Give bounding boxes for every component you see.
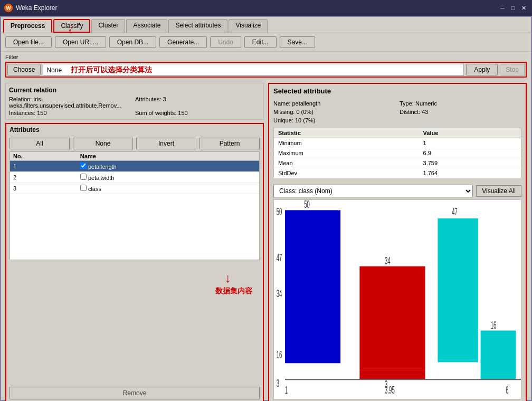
- edit-button[interactable]: Edit...: [244, 36, 277, 48]
- stop-button[interactable]: Stop: [500, 64, 525, 75]
- attr-missing: Missing: 0 (0%): [273, 109, 395, 115]
- chart-y-label: 3: [277, 377, 279, 389]
- pattern-button[interactable]: Pattern: [200, 138, 260, 149]
- right-panel: Selected attribute Name: petallength Typ…: [268, 83, 527, 401]
- apply-button[interactable]: Apply: [466, 64, 498, 75]
- attr-checkbox[interactable]: [80, 185, 87, 191]
- table-row[interactable]: 1 petallength: [10, 161, 259, 172]
- attr-checkbox[interactable]: [80, 163, 87, 169]
- chart-area: 50 47 34 16 3 50 34 3 47: [273, 199, 521, 399]
- attributes-table[interactable]: No. Name 1 petallength: [10, 151, 260, 260]
- relation-details: Relation: iris-weka.filters.unsupervised…: [9, 96, 260, 116]
- stat-name: Mean: [274, 158, 419, 168]
- open-url-button[interactable]: Open URL...: [55, 36, 106, 48]
- table-row[interactable]: 3 class: [10, 183, 259, 194]
- attributes-count: Attributes: 3: [135, 96, 260, 109]
- stat-name: Maximum: [274, 148, 419, 158]
- class-row: Class: class (Nom) Visualize All: [269, 183, 526, 199]
- filter-section: Filter Choose None 打开后可以选择分类算法 Apply Sto…: [1, 52, 531, 80]
- attr-name: Name: petallength: [273, 100, 395, 107]
- chart-x-label: 1: [285, 385, 288, 396]
- content-area: Current relation Relation: iris-weka.fil…: [1, 80, 531, 401]
- attr-checkbox[interactable]: [80, 174, 87, 180]
- invert-button[interactable]: Invert: [136, 138, 196, 149]
- row-name: petalwidth: [77, 172, 259, 183]
- chart-bar-label: 16: [491, 319, 497, 331]
- stat-row: StdDev 1.764: [274, 168, 521, 178]
- stat-value: 1.764: [419, 168, 521, 178]
- table-row[interactable]: 2 petalwidth: [10, 172, 259, 183]
- app-title: Weka Explorer: [16, 4, 57, 12]
- app-icon: W: [4, 4, 13, 12]
- current-relation-title: Current relation: [9, 87, 260, 94]
- choose-button[interactable]: Choose: [7, 64, 41, 75]
- chart-bar-blue: [285, 210, 340, 363]
- chart-bar-cyan-tall: [438, 218, 478, 362]
- stat-row: Minimum 1: [274, 138, 521, 148]
- stat-name: Minimum: [274, 138, 419, 148]
- stat-row: Mean 3.759: [274, 158, 521, 168]
- chart-bar-red-tall: [359, 266, 425, 370]
- attr-details: Name: petallength Type: Numeric Missing:…: [269, 98, 526, 126]
- attributes-title: Attributes: [6, 124, 263, 136]
- save-button[interactable]: Save...: [280, 36, 315, 48]
- tab-cluster[interactable]: Cluster: [91, 19, 125, 33]
- stat-value: 3.759: [419, 158, 521, 168]
- tab-associate[interactable]: Associate: [126, 19, 167, 33]
- generate-button[interactable]: Generate...: [159, 36, 207, 48]
- all-button[interactable]: All: [10, 138, 70, 149]
- attr-unique: Unique: 10 (7%): [273, 117, 395, 123]
- filter-label: Filter: [5, 54, 527, 60]
- window-controls[interactable]: ─ □ ✕: [498, 4, 528, 12]
- filter-annotation: 打开后可以选择分类算法: [71, 65, 152, 74]
- attr-type: Type: Numeric: [400, 100, 521, 107]
- stat-value: 6.9: [419, 148, 521, 158]
- chart-y-label: 16: [277, 349, 282, 360]
- row-no: 3: [10, 183, 77, 194]
- chart-y-label: 34: [277, 288, 282, 299]
- stat-col-header: Statistic: [274, 128, 419, 138]
- tab-bar: Preprocess Classify Cluster Associate Se…: [1, 17, 531, 33]
- attr-button-row: All None Invert Pattern: [6, 136, 263, 151]
- value-col-header: Value: [419, 128, 521, 138]
- open-file-button[interactable]: Open file...: [5, 36, 52, 48]
- instances-count: Instances: 150: [9, 110, 134, 116]
- chart-bar-label: 34: [385, 255, 391, 266]
- tab-select-attributes[interactable]: Select attributes: [168, 19, 227, 33]
- title-bar: W Weka Explorer ─ □ ✕: [0, 0, 532, 16]
- chart-bar-label: 47: [452, 206, 458, 217]
- sum-of-weights: Sum of weights: 150: [135, 110, 260, 116]
- remove-btn-row: Remove: [6, 384, 263, 401]
- chart-y-label: 50: [277, 206, 282, 217]
- minimize-button[interactable]: ─: [498, 4, 507, 12]
- tab-visualize[interactable]: Visualize: [229, 19, 268, 33]
- chart-bar-label: 50: [304, 200, 310, 210]
- stat-name: StdDev: [274, 168, 419, 178]
- row-no: 1: [10, 161, 77, 172]
- undo-button[interactable]: Undo: [210, 36, 241, 48]
- dataset-annotation: 数据集内容: [215, 287, 252, 296]
- attr-distinct: Distinct: 43: [400, 109, 521, 115]
- class-dropdown[interactable]: Class: class (Nom): [273, 185, 473, 197]
- close-button[interactable]: ✕: [519, 4, 528, 12]
- chart-bar-cyan-short: [481, 330, 516, 379]
- maximize-button[interactable]: □: [509, 4, 517, 12]
- stat-table: Statistic Value Minimum 1 Maximum 6.9 Me…: [273, 128, 521, 178]
- stat-row: Maximum 6.9: [274, 148, 521, 158]
- row-name: class: [77, 183, 259, 194]
- col-name: Name: [77, 152, 259, 161]
- chart-bar-red-short: [359, 370, 425, 379]
- filter-value-display: None 打开后可以选择分类算法: [43, 64, 464, 75]
- left-panel: Current relation Relation: iris-weka.fil…: [5, 83, 264, 401]
- none-button[interactable]: None: [73, 138, 133, 149]
- open-db-button[interactable]: Open DB...: [109, 36, 156, 48]
- filter-row: Choose None 打开后可以选择分类算法 Apply Stop: [5, 62, 527, 78]
- remove-button[interactable]: Remove: [10, 387, 260, 399]
- row-name: petallength: [77, 161, 259, 172]
- visualize-all-button[interactable]: Visualize All: [476, 185, 521, 197]
- tab-preprocess[interactable]: Preprocess: [3, 19, 52, 33]
- chart-x-label: 3.95: [385, 385, 395, 396]
- stat-value: 1: [419, 138, 521, 148]
- relation-name: Relation: iris-weka.filters.unsupervised…: [9, 96, 134, 109]
- chart-svg: 50 47 34 16 3 50 34 3 47: [274, 200, 521, 399]
